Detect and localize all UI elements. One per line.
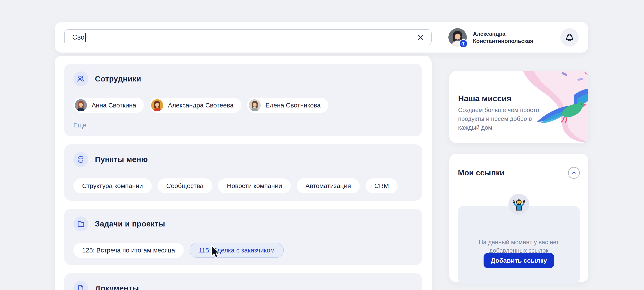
avatar [75, 99, 87, 111]
chip-label: CRM [374, 182, 389, 189]
folder-icon [73, 216, 88, 231]
search-results-panel: Сотрудники Анна Своткина Александра Свот… [55, 56, 432, 290]
chevron-up-icon [571, 170, 577, 176]
chip-label: Анна Своткина [92, 102, 136, 109]
bell-icon [564, 33, 574, 42]
result-chip[interactable]: Елена Свотникова [247, 98, 328, 113]
top-bar: Сво Александра Конст [55, 22, 588, 53]
avatar [151, 99, 163, 111]
add-link-button[interactable]: Добавить ссылку [484, 253, 554, 268]
chip-label: 125: Встреча по итогам месяца [82, 247, 175, 254]
notifications-button[interactable] [560, 28, 579, 47]
mission-title: Наша миссия [458, 94, 511, 103]
section-title: Пункты меню [95, 155, 148, 164]
section-title: Документы [95, 284, 139, 290]
person-shrugging-icon [508, 194, 529, 215]
gift-badge [459, 39, 468, 48]
result-chip[interactable]: 115: Сделка с заказчиком [190, 243, 284, 258]
section-title: Сотрудники [95, 75, 141, 83]
show-more-link[interactable]: Еще [73, 122, 86, 129]
clear-search-button[interactable] [416, 32, 426, 43]
links-empty-state: На данный момент у вас нет добавленных с… [458, 206, 580, 283]
profile-menu[interactable]: Александра Константинопольская [448, 28, 532, 47]
result-chip[interactable]: Структура компании [73, 178, 152, 193]
result-section-employees: Сотрудники Анна Своткина Александра Свот… [64, 64, 422, 136]
links-empty-text: На данный момент у вас нет добавленных с… [469, 238, 569, 255]
result-chip[interactable]: Новости компании [218, 178, 291, 193]
mission-card: Наша миссия Создаём больше чем просто пр… [449, 71, 588, 143]
result-chip[interactable]: 125: Встреча по итогам месяца [73, 243, 184, 258]
chip-label: Структура компании [82, 182, 143, 189]
gift-icon [461, 41, 466, 46]
document-icon [73, 281, 88, 290]
result-chip[interactable]: Александра Свотеева [150, 98, 241, 113]
my-links-title: Мои ссылки [458, 168, 504, 177]
mission-text: Создаём больше чем просто продукты и нес… [458, 106, 544, 132]
section-title: Задачи и проекты [95, 219, 165, 228]
result-chip[interactable]: Анна Своткина [73, 98, 144, 113]
result-section-tasks: Задачи и проекты125: Встреча по итогам м… [64, 209, 422, 265]
result-section-documents: Документы [64, 273, 422, 290]
chip-label: 115: Сделка с заказчиком [199, 247, 274, 254]
result-section-menu-items: Пункты менюСтруктура компанииСообществаН… [64, 144, 422, 201]
users-icon [73, 71, 88, 86]
avatar [249, 99, 261, 111]
profile-name: Александра Константинопольская [473, 30, 532, 45]
chip-label: Новости компании [227, 182, 282, 189]
chip-label: Елена Свотникова [266, 102, 321, 109]
result-chip[interactable]: Автоматизация [296, 178, 360, 193]
my-links-card: Мои ссылки На данный момент у вас нет до… [449, 154, 588, 282]
chip-label: Александра Свотеева [168, 102, 234, 109]
collapse-links-button[interactable] [568, 167, 580, 179]
chip-label: Сообщества [166, 182, 204, 189]
close-icon [417, 34, 424, 41]
search-input[interactable]: Сво [64, 29, 432, 45]
menu-icon [73, 152, 88, 167]
result-chip[interactable]: CRM [366, 178, 398, 193]
search-input-value: Сво [72, 34, 84, 41]
result-chip[interactable]: Сообщества [158, 178, 212, 193]
text-caret [85, 33, 86, 42]
chip-label: Автоматизация [305, 182, 351, 189]
